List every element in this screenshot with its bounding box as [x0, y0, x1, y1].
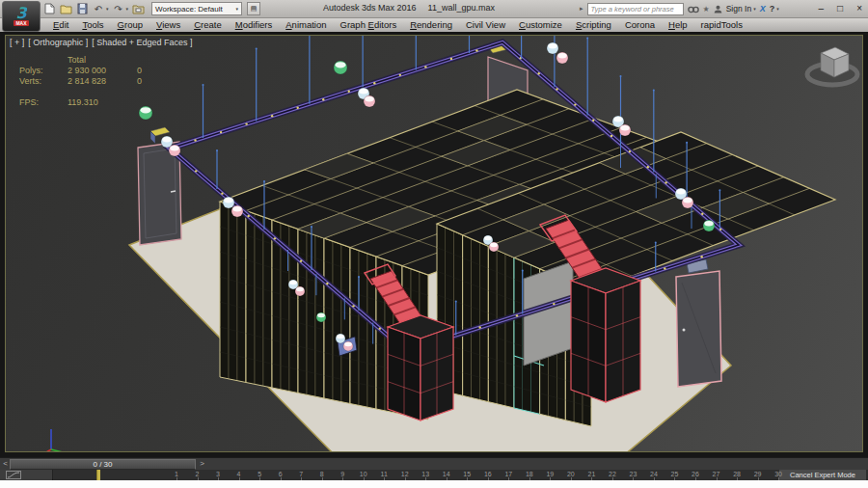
undo-icon[interactable]: ↶ — [92, 3, 105, 15]
window-controls: – □ × — [819, 1, 862, 15]
menu-item-animation[interactable]: Animation — [279, 19, 333, 30]
rack-end-cap — [324, 238, 350, 404]
title-bar: 3 MAX ↶ ▾ ↷ ▾ Workspace: Default ▾ ▤ Aut… — [0, 0, 868, 18]
frame-tick-12: 12 — [401, 471, 409, 477]
stats-fps-value: 119.310 — [68, 97, 137, 108]
stats-verts-label: Verts: — [19, 76, 68, 87]
favorites-star-icon[interactable]: ★ — [703, 5, 710, 14]
window-title: Autodesk 3ds Max 201611_wall_gpu.max — [323, 3, 495, 13]
frame-tick-27: 27 — [713, 471, 720, 477]
menu-item-civil-view[interactable]: Civil View — [459, 19, 512, 30]
stats-verts-value: 2 814 828 — [68, 76, 137, 87]
sign-in-dropdown-icon[interactable]: ▾ — [753, 6, 756, 12]
new-file-icon[interactable] — [42, 3, 56, 15]
frame-tick-24: 24 — [650, 471, 658, 477]
frame-tick-18: 18 — [526, 471, 533, 477]
close-button[interactable]: × — [856, 1, 862, 15]
document-title: 11_wall_gpu.max — [428, 3, 495, 13]
minimize-button[interactable]: – — [819, 1, 825, 15]
stats-fps-label: FPS: — [19, 97, 68, 108]
search-input[interactable] — [587, 3, 684, 15]
frame-tick-1: 1 — [175, 471, 178, 477]
menu-item-graph-editors[interactable]: Graph Editors — [334, 19, 404, 30]
time-slider[interactable]: < 0 / 30 > — [0, 457, 868, 470]
undo-dropdown-icon[interactable]: ▾ — [106, 6, 109, 12]
frame-tick-11: 11 — [381, 471, 388, 477]
mini-curve-editor-icon — [6, 471, 21, 479]
menu-item-views[interactable]: Views — [149, 19, 187, 30]
frame-tick-9: 9 — [340, 471, 344, 477]
cancel-expert-mode-button[interactable]: Cancel Expert Mode — [779, 470, 866, 480]
viewport-shading-menu[interactable]: [ Shaded + Edged Faces ] — [92, 38, 192, 47]
application-menu-button[interactable]: 3 MAX — [2, 1, 41, 32]
search-binoculars-icon[interactable] — [688, 5, 699, 14]
frame-tick-25: 25 — [671, 471, 679, 477]
frame-tick-3: 3 — [216, 471, 220, 477]
menu-item-edit[interactable]: Edit — [46, 19, 75, 30]
3dsmax-logo-icon: 3 — [15, 7, 26, 20]
menu-item-tools[interactable]: Tools — [75, 19, 110, 30]
sign-in-person-icon[interactable] — [714, 5, 722, 14]
rack-end-cap — [246, 211, 272, 389]
rack-end-cap — [463, 235, 489, 402]
menu-item-create[interactable]: Create — [187, 19, 229, 30]
stats-polys-label: Polys: — [19, 66, 68, 76]
stats-verts-extra: 0 — [137, 76, 156, 87]
previous-frame-button[interactable]: < — [1, 458, 10, 470]
time-slider-handle[interactable]: 0 / 30 — [10, 459, 196, 470]
frame-tick-22: 22 — [609, 471, 616, 477]
current-frame-marker[interactable] — [96, 470, 100, 480]
help-dropdown-icon[interactable]: ▾ — [776, 6, 779, 12]
frame-tick-5: 5 — [258, 471, 261, 477]
app-title: Autodesk 3ds Max 2016 — [323, 3, 417, 13]
open-file-icon[interactable] — [59, 3, 72, 15]
menu-item-rendering[interactable]: Rendering — [403, 19, 459, 30]
workspace-selector-value: Workspace: Default — [155, 5, 223, 14]
frame-tick-2: 2 — [196, 471, 200, 477]
track-bar[interactable]: Cancel Expert Mode 123456789101112131415… — [0, 470, 868, 480]
viewport-general-menu[interactable]: [ + ] — [10, 38, 24, 47]
sign-in-label[interactable]: Sign In — [726, 4, 751, 14]
infocenter-collapse-icon[interactable]: ▸ — [580, 5, 583, 13]
frame-tick-13: 13 — [421, 471, 429, 477]
next-frame-button[interactable]: > — [197, 458, 207, 470]
menu-item-customize[interactable]: Customize — [512, 19, 569, 30]
menu-item-group[interactable]: Group — [111, 19, 149, 30]
infocenter: ▸ ★ Sign In ▾ X ? ▾ — [580, 2, 779, 15]
menu-item-help[interactable]: Help — [662, 19, 694, 30]
redo-icon[interactable]: ↷ — [112, 3, 125, 15]
exchange-apps-icon[interactable]: X — [760, 4, 766, 14]
frame-tick-16: 16 — [484, 471, 492, 477]
frame-tick-21: 21 — [587, 471, 595, 477]
frame-tick-30: 30 — [774, 471, 782, 477]
help-icon[interactable]: ? — [770, 4, 775, 14]
frame-tick-6: 6 — [279, 471, 283, 477]
frame-tick-20: 20 — [567, 471, 575, 477]
redo-dropdown-icon[interactable]: ▾ — [126, 6, 129, 12]
menu-bar: EditToolsGroupViewsCreateModifiersAnimat… — [0, 17, 868, 32]
frame-tick-19: 19 — [546, 471, 554, 477]
viewport-statistics: Total Polys: 2 930 000 0 Verts: 2 814 82… — [19, 55, 156, 108]
frame-tick-17: 17 — [504, 471, 512, 477]
menu-item-corona[interactable]: Corona — [618, 19, 662, 30]
menu-item-scripting[interactable]: Scripting — [569, 19, 618, 30]
menu-item-modifiers[interactable]: Modifiers — [229, 19, 280, 30]
frame-tick-10: 10 — [360, 471, 367, 477]
workspace-selector[interactable]: Workspace: Default ▾ — [151, 2, 242, 15]
viewport-orthographic[interactable]: [ + ] [ Orthographic ] [ Shaded + Edged … — [5, 35, 863, 452]
save-file-icon[interactable] — [75, 3, 89, 15]
menu-item-rapidtools[interactable]: rapidTools — [694, 19, 749, 30]
set-project-folder-icon[interactable] — [131, 3, 145, 15]
viewport-label: [ + ] [ Orthographic ] [ Shaded + Edged … — [10, 38, 193, 47]
workspace-settings-button[interactable]: ▤ — [247, 2, 260, 15]
quick-access-toolbar: ↶ ▾ ↷ ▾ Workspace: Default ▾ ▤ — [42, 2, 260, 15]
maximize-button[interactable]: □ — [837, 1, 843, 15]
stats-polys-extra: 0 — [137, 66, 156, 76]
frame-tick-14: 14 — [443, 471, 450, 477]
open-mini-curve-editor-button[interactable] — [0, 470, 53, 480]
max-logo-tag: MAX — [14, 20, 28, 26]
frame-tick-8: 8 — [320, 471, 324, 477]
viewport-pov-menu[interactable]: [ Orthographic ] — [28, 38, 88, 47]
frame-tick-26: 26 — [692, 471, 699, 477]
frame-tick-15: 15 — [463, 471, 471, 477]
